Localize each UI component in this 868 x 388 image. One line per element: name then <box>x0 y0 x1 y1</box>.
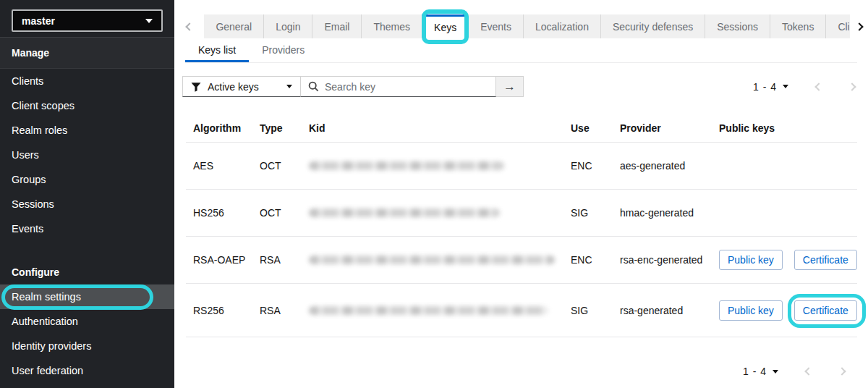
cell-public-keys: Public key Certificate <box>712 250 857 270</box>
tab-sessions[interactable]: Sessions <box>705 14 770 38</box>
cell-use: ENC <box>563 254 613 266</box>
sidebar-item-realm-settings[interactable]: Realm settings <box>0 284 174 309</box>
tab-tokens[interactable]: Tokens <box>770 14 825 38</box>
cell-provider: rsa-generated <box>613 305 712 316</box>
cell-provider: aes-generated <box>613 160 712 172</box>
cell-provider: hmac-generated <box>613 207 712 219</box>
table-row-rs256: RS256 RSA SIG rsa-generated Public key C… <box>186 284 857 337</box>
sidebar-item-user-federation[interactable]: User federation <box>0 358 174 383</box>
realm-settings-tabbar: General Login Email Themes Keys Events L… <box>174 14 868 38</box>
sidebar-item-authentication[interactable]: Authentication <box>0 309 174 334</box>
tab-events[interactable]: Events <box>468 14 523 38</box>
column-header-public-keys: Public keys <box>712 122 857 134</box>
tab-general[interactable]: General <box>204 14 263 38</box>
table-row-rsa-oaep: RSA-OAEP RSA ENC rsa-enc-generated Publi… <box>186 237 857 284</box>
cell-type: RSA <box>252 305 302 316</box>
tab-login[interactable]: Login <box>263 14 312 38</box>
sidebar-item-clients[interactable]: Clients <box>0 69 174 93</box>
column-header-provider: Provider <box>613 122 712 134</box>
pagination-top: 1 - 4 <box>753 76 855 97</box>
funnel-icon <box>191 82 201 92</box>
cell-use: SIG <box>563 207 613 219</box>
cell-algorithm: RS256 <box>186 305 252 316</box>
sidebar-item-realm-roles[interactable]: Realm roles <box>0 118 174 143</box>
search-icon <box>308 81 319 92</box>
cell-use: SIG <box>563 305 613 316</box>
pagination-next-button[interactable] <box>838 367 846 375</box>
tab-email[interactable]: Email <box>312 14 361 38</box>
column-header-kid: Kid <box>302 122 563 134</box>
pagination-prev-button[interactable] <box>814 83 822 90</box>
cell-provider: rsa-enc-generated <box>613 254 712 266</box>
table-row-aes: AES OCT ENC aes-generated <box>186 143 857 190</box>
keys-table: Algorithm Type Kid Use Provider Public k… <box>186 114 857 337</box>
cell-use: ENC <box>563 160 613 172</box>
pagination-prev-button[interactable] <box>804 367 812 375</box>
keycloak-admin-console: master Manage Clients Client scopes Real… <box>0 0 868 388</box>
public-key-button[interactable]: Public key <box>719 250 783 270</box>
pagination-caret-icon[interactable] <box>783 85 788 88</box>
pagination-next-button[interactable] <box>848 83 856 90</box>
cell-kid-redacted <box>302 306 563 315</box>
caret-down-icon <box>145 19 153 23</box>
tab-localization[interactable]: Localization <box>523 14 600 38</box>
cell-public-keys: Public key Certificate <box>712 300 857 321</box>
column-header-use: Use <box>563 122 613 134</box>
certificate-button[interactable]: Certificate <box>794 250 857 270</box>
cell-algorithm: AES <box>186 160 252 172</box>
table-header-row: Algorithm Type Kid Use Provider Public k… <box>186 114 857 143</box>
tab-strip: General Login Email Themes Keys Events L… <box>204 14 850 38</box>
section-label: Configure <box>12 266 59 278</box>
realm-selector-value: master <box>22 15 55 27</box>
subtab-keys-list[interactable]: Keys list <box>185 40 249 62</box>
keys-subtabs: Keys list Providers <box>185 40 857 63</box>
pagination-range: 1 - 4 <box>753 81 777 93</box>
pagination-bottom: 1 - 4 <box>743 360 845 382</box>
cell-kid-redacted <box>302 208 563 217</box>
section-label: Manage <box>12 47 49 59</box>
sidebar-section-manage: Manage <box>0 38 174 69</box>
subtab-providers[interactable]: Providers <box>249 40 318 62</box>
chevron-left-icon <box>185 22 193 30</box>
chevron-right-icon <box>855 22 863 30</box>
caret-down-icon <box>286 85 292 88</box>
search-key-box <box>301 76 496 97</box>
search-key-input[interactable] <box>325 81 488 93</box>
tab-scroll-right-button[interactable] <box>850 14 868 38</box>
sidebar-item-sessions[interactable]: Sessions <box>0 192 174 216</box>
cell-algorithm: HS256 <box>186 207 252 219</box>
sidebar-item-client-scopes[interactable]: Client scopes <box>0 93 174 118</box>
key-filter-dropdown[interactable]: Active keys <box>182 76 301 97</box>
cell-type: OCT <box>252 160 302 172</box>
pagination-caret-icon[interactable] <box>773 370 778 374</box>
certificate-button[interactable]: Certificate <box>794 300 857 321</box>
realm-selector-dropdown[interactable]: master <box>12 9 163 32</box>
sidebar: master Manage Clients Client scopes Real… <box>0 0 174 388</box>
cell-kid-redacted <box>302 256 563 264</box>
cell-type: OCT <box>252 207 302 219</box>
tab-themes[interactable]: Themes <box>361 14 422 38</box>
tab-keys[interactable]: Keys <box>422 14 468 38</box>
pagination-range: 1 - 4 <box>743 366 767 377</box>
sidebar-item-identity-providers[interactable]: Identity providers <box>0 334 174 358</box>
sidebar-item-groups[interactable]: Groups <box>0 167 174 192</box>
search-submit-button[interactable]: → <box>496 76 524 97</box>
cell-algorithm: RSA-OAEP <box>186 254 252 266</box>
public-key-button[interactable]: Public key <box>719 300 783 321</box>
sidebar-section-configure: Configure <box>0 260 174 284</box>
table-row-hs256: HS256 OCT SIG hmac-generated <box>186 190 857 237</box>
cell-kid-redacted <box>302 161 563 170</box>
sidebar-item-events[interactable]: Events <box>0 216 174 241</box>
sidebar-item-users[interactable]: Users <box>0 143 174 167</box>
tab-scroll-left-button[interactable] <box>174 14 204 38</box>
tab-client-policies-clipped[interactable]: Cli <box>825 14 850 38</box>
key-filter-value: Active keys <box>208 81 259 93</box>
tab-security-defenses[interactable]: Security defenses <box>600 14 705 38</box>
column-header-type: Type <box>252 122 302 134</box>
keys-toolbar: Active keys → <box>182 76 524 97</box>
cell-type: RSA <box>252 254 302 266</box>
main-content: General Login Email Themes Keys Events L… <box>174 0 868 388</box>
column-header-algorithm: Algorithm <box>186 122 252 134</box>
